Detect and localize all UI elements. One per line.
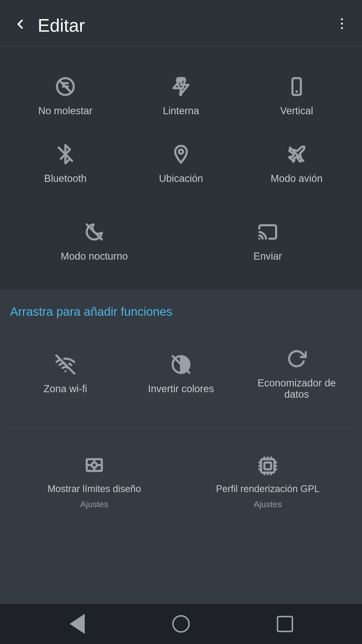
display-limits-icon bbox=[82, 453, 107, 478]
tile-modo-nocturno-label: Modo nocturno bbox=[61, 251, 128, 262]
recents-nav-icon bbox=[277, 616, 293, 632]
svg-point-0 bbox=[341, 18, 343, 20]
tile-no-molestar[interactable]: No molestar bbox=[10, 61, 121, 129]
bluetooth-icon bbox=[53, 142, 78, 167]
tile-linterna-label: Linterna bbox=[163, 105, 199, 116]
tile-mostrar-limites-label: Mostrar límites diseño bbox=[48, 484, 141, 494]
back-nav-icon bbox=[70, 614, 85, 634]
tile-zona-wifi[interactable]: Zona wi-fi bbox=[10, 334, 121, 413]
back-button[interactable] bbox=[13, 17, 28, 34]
cast-icon bbox=[255, 219, 280, 245]
tile-bluetooth[interactable]: Bluetooth bbox=[10, 129, 121, 197]
tile-bluetooth-label: Bluetooth bbox=[44, 173, 86, 184]
tile-perfil-render-sub: Ajustes bbox=[254, 499, 282, 509]
tile-ubicacion-label: Ubicación bbox=[159, 173, 203, 184]
tile-modo-avion-label: Modo avión bbox=[271, 173, 323, 184]
gpu-profile-icon bbox=[255, 453, 280, 478]
tile-enviar-label: Enviar bbox=[253, 251, 282, 262]
home-nav-icon bbox=[172, 615, 190, 633]
nav-back-button[interactable] bbox=[67, 614, 87, 634]
airplane-icon bbox=[284, 142, 309, 167]
tile-enviar[interactable]: Enviar bbox=[184, 207, 352, 274]
drag-section: Arrastra para añadir funciones Zona wi-f… bbox=[0, 290, 362, 604]
header-left: Editar bbox=[13, 15, 85, 36]
moon-icon bbox=[82, 219, 107, 245]
tile-modo-nocturno[interactable]: Modo nocturno bbox=[10, 207, 178, 274]
svg-point-1 bbox=[341, 23, 343, 25]
vertical-icon bbox=[284, 74, 309, 99]
mid-tiles-row: Bluetooth Ubicación Modo avión bbox=[10, 129, 352, 197]
location-icon bbox=[168, 142, 194, 167]
bot-tiles-row: Modo nocturno Enviar bbox=[10, 207, 352, 274]
tile-vertical-label: Vertical bbox=[280, 105, 313, 116]
drag-section-title: Arrastra para añadir funciones bbox=[10, 305, 352, 318]
tile-economizador[interactable]: Economizador de datos bbox=[241, 334, 352, 413]
flashlight-icon bbox=[168, 74, 194, 99]
app-header: Editar bbox=[0, 0, 362, 46]
section-divider bbox=[10, 428, 352, 428]
wifi-off-icon bbox=[53, 352, 78, 377]
svg-rect-22 bbox=[261, 459, 274, 472]
page-title: Editar bbox=[38, 15, 85, 36]
bottom-navigation bbox=[0, 604, 362, 644]
tile-perfil-render[interactable]: Perfil renderización GPL Ajustes bbox=[184, 443, 352, 519]
tile-mostrar-limites-sub: Ajustes bbox=[80, 499, 108, 509]
tile-vertical[interactable]: Vertical bbox=[241, 61, 352, 129]
tile-ubicacion[interactable]: Ubicación bbox=[126, 129, 236, 197]
data-saver-icon bbox=[284, 346, 309, 371]
tile-linterna[interactable]: Linterna bbox=[126, 61, 236, 129]
tile-invertir-label: Invertir colores bbox=[148, 383, 214, 394]
settings-tiles-grid: Mostrar límites diseño Ajustes bbox=[10, 443, 352, 519]
tile-perfil-render-label: Perfil renderización GPL bbox=[216, 484, 320, 494]
main-section: No molestar Linterna bbox=[0, 46, 362, 290]
tile-economizador-label: Economizador de datos bbox=[246, 377, 347, 400]
nav-recents-button[interactable] bbox=[275, 614, 295, 634]
svg-rect-23 bbox=[264, 463, 271, 469]
tile-modo-avion[interactable]: Modo avión bbox=[241, 129, 352, 197]
tile-no-molestar-label: No molestar bbox=[38, 105, 93, 116]
top-tiles-row: No molestar Linterna bbox=[10, 61, 352, 129]
tile-invertir-colores[interactable]: Invertir colores bbox=[126, 334, 236, 413]
overflow-menu-button[interactable] bbox=[334, 16, 349, 35]
drag-tiles-grid: Zona wi-fi Invertir colores Economiz bbox=[10, 334, 352, 413]
nav-home-button[interactable] bbox=[171, 614, 191, 634]
tile-zona-wifi-label: Zona wi-fi bbox=[43, 383, 87, 394]
tile-mostrar-limites[interactable]: Mostrar límites diseño Ajustes bbox=[10, 443, 178, 519]
no-disturb-icon bbox=[53, 74, 78, 99]
invert-icon bbox=[168, 352, 194, 377]
svg-point-2 bbox=[341, 27, 343, 29]
